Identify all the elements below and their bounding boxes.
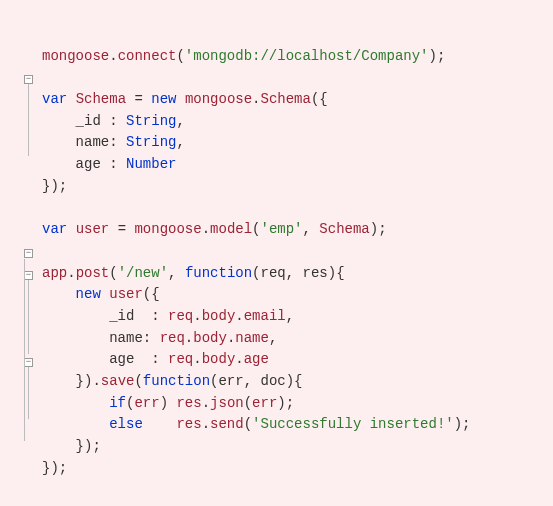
fold-icon[interactable] (24, 249, 33, 258)
code-line: _id : String, (42, 113, 185, 129)
code-line: if(err) res.json(err); (42, 395, 294, 411)
code-line: }); (42, 438, 101, 454)
code-line: new user({ (42, 286, 160, 302)
code-line: age : Number (42, 156, 176, 172)
code-line: var Schema = new mongoose.Schema({ (42, 91, 328, 107)
code-line: var user = mongoose.model('emp', Schema)… (42, 221, 387, 237)
code-line: }); (42, 178, 67, 194)
fold-icon[interactable] (24, 75, 33, 84)
code-line: app.post('/new', function(req, res){ (42, 265, 345, 281)
fold-icon[interactable] (24, 358, 33, 367)
code-line: }).save(function(err, doc){ (42, 373, 303, 389)
code-line: else res.send('Successfully inserted!'); (42, 416, 471, 432)
code-line: name: String, (42, 134, 185, 150)
code-line: age : req.body.age (42, 351, 269, 367)
code-editor: mongoose.connect('mongodb://localhost/Co… (14, 24, 539, 501)
code-line: name: req.body.name, (42, 330, 277, 346)
fold-icon[interactable] (24, 271, 33, 280)
code-line: }); (42, 460, 67, 476)
fold-gutter (14, 24, 42, 501)
code-line: mongoose.connect('mongodb://localhost/Co… (42, 48, 445, 64)
code-content: mongoose.connect('mongodb://localhost/Co… (14, 24, 539, 501)
code-line: _id : req.body.email, (42, 308, 294, 324)
